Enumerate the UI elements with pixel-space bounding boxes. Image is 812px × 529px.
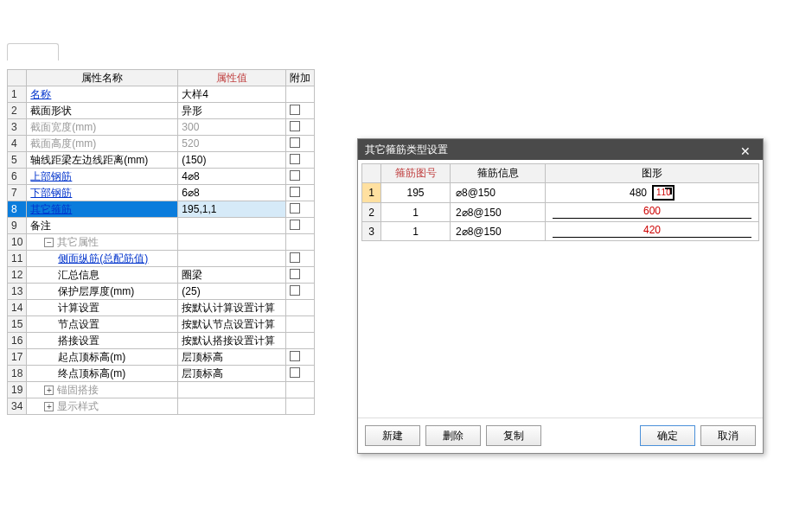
- property-value[interactable]: [178, 398, 286, 415]
- extra-checkbox[interactable]: [290, 170, 300, 181]
- table-row[interactable]: 11侧面纵筋(总配筋值): [8, 251, 315, 267]
- stirrup-graphic[interactable]: 480110: [546, 183, 759, 203]
- extra-cell: [286, 398, 315, 415]
- table-row[interactable]: 6上部钢筋4⌀8: [8, 169, 315, 185]
- property-value[interactable]: 层顶标高: [178, 349, 286, 366]
- table-row[interactable]: 17起点顶标高(m)层顶标高: [8, 349, 315, 366]
- extra-checkbox[interactable]: [290, 154, 300, 164]
- property-value[interactable]: 大样4: [178, 86, 286, 103]
- property-name: +锚固搭接: [27, 382, 178, 398]
- stirrup-row[interactable]: 1195⌀8@150480110: [362, 183, 759, 203]
- property-value[interactable]: 6⌀8: [178, 185, 286, 201]
- extra-checkbox[interactable]: [290, 351, 300, 361]
- stirrup-info[interactable]: ⌀8@150: [451, 183, 546, 203]
- extra-checkbox[interactable]: [290, 269, 300, 279]
- extra-checkbox[interactable]: [290, 203, 300, 214]
- property-value[interactable]: 按默认搭接设置计算: [178, 333, 286, 349]
- extra-cell: [286, 333, 315, 349]
- expand-icon[interactable]: +: [44, 402, 54, 411]
- row-number: 8: [8, 201, 27, 218]
- property-name: 起点顶标高(m): [27, 349, 178, 366]
- property-value[interactable]: 层顶标高: [178, 366, 286, 382]
- table-row[interactable]: 4截面高度(mm)520: [8, 136, 315, 152]
- property-value[interactable]: 195,1,1: [178, 201, 286, 218]
- table-row[interactable]: 19+锚固搭接: [8, 382, 315, 398]
- stirrup-info[interactable]: 2⌀8@150: [451, 203, 546, 222]
- property-value[interactable]: [178, 251, 286, 267]
- tab-stub[interactable]: [7, 43, 59, 61]
- collapse-icon[interactable]: −: [44, 238, 54, 247]
- extra-checkbox[interactable]: [290, 220, 300, 230]
- property-value[interactable]: [178, 218, 286, 234]
- property-value[interactable]: (25): [178, 284, 286, 300]
- row-number: 11: [8, 251, 27, 267]
- property-name: 计算设置: [27, 300, 178, 316]
- row-number: 15: [8, 316, 27, 333]
- table-row[interactable]: 1名称大样4: [8, 86, 315, 103]
- stirrup-row[interactable]: 312⌀8@150420: [362, 222, 759, 241]
- property-value[interactable]: (150): [178, 152, 286, 169]
- extra-checkbox[interactable]: [290, 252, 300, 263]
- header-extra: 附加: [286, 70, 315, 86]
- expand-icon[interactable]: +: [44, 386, 54, 395]
- property-name: 汇总信息: [27, 267, 178, 284]
- stirrup-row[interactable]: 212⌀8@150600: [362, 203, 759, 222]
- table-row[interactable]: 7下部钢筋6⌀8: [8, 185, 315, 201]
- property-name: 截面宽度(mm): [27, 119, 178, 136]
- property-value[interactable]: 按默认节点设置计算: [178, 316, 286, 333]
- extra-checkbox[interactable]: [290, 285, 300, 296]
- extra-checkbox[interactable]: [290, 187, 300, 197]
- ok-button[interactable]: 确定: [640, 425, 695, 446]
- stirrup-info[interactable]: 2⌀8@150: [451, 222, 546, 241]
- row-number: 18: [8, 366, 27, 382]
- stirrup-num[interactable]: 1: [381, 203, 451, 222]
- extra-cell: [286, 169, 315, 185]
- table-row[interactable]: 16搭接设置按默认搭接设置计算: [8, 333, 315, 349]
- property-value[interactable]: 300: [178, 119, 286, 136]
- extra-checkbox[interactable]: [290, 105, 300, 115]
- extra-checkbox[interactable]: [290, 121, 300, 131]
- stirrup-graphic[interactable]: 420: [546, 222, 759, 241]
- extra-cell: [286, 119, 315, 136]
- table-row[interactable]: 2截面形状异形: [8, 103, 315, 119]
- table-row[interactable]: 5轴线距梁左边线距离(mm)(150): [8, 152, 315, 169]
- cancel-button[interactable]: 取消: [700, 425, 756, 446]
- extra-checkbox[interactable]: [290, 137, 300, 148]
- table-row[interactable]: 12汇总信息圈梁: [8, 267, 315, 284]
- close-icon[interactable]: ✕: [735, 141, 756, 158]
- table-row[interactable]: 14计算设置按默认计算设置计算: [8, 300, 315, 316]
- row-number: 10: [8, 234, 27, 251]
- delete-button[interactable]: 删除: [425, 425, 481, 446]
- property-value[interactable]: 按默认计算设置计算: [178, 300, 286, 316]
- property-name: 名称: [27, 86, 178, 103]
- property-value[interactable]: 520: [178, 136, 286, 152]
- table-row[interactable]: 15节点设置按默认节点设置计算: [8, 316, 315, 333]
- new-button[interactable]: 新建: [365, 425, 420, 446]
- property-value[interactable]: [178, 234, 286, 251]
- copy-button[interactable]: 复制: [486, 425, 541, 446]
- property-table: 属性名称 属性值 附加 1名称大样42截面形状异形3截面宽度(mm)3004截面…: [7, 69, 315, 415]
- dimension-line: 420: [553, 226, 751, 238]
- extra-checkbox[interactable]: [290, 367, 300, 378]
- stirrup-header-info: 箍筋信息: [451, 164, 546, 183]
- table-row[interactable]: 34+显示样式: [8, 398, 315, 415]
- stirrup-num[interactable]: 195: [381, 183, 451, 203]
- property-value[interactable]: 4⌀8: [178, 169, 286, 185]
- table-row[interactable]: 13保护层厚度(mm)(25): [8, 284, 315, 300]
- property-value[interactable]: 异形: [178, 103, 286, 119]
- stirrup-graphic[interactable]: 600: [546, 203, 759, 222]
- row-number: 1: [8, 86, 27, 103]
- dimension-line: 600: [553, 207, 751, 219]
- table-row[interactable]: 18终点顶标高(m)层顶标高: [8, 366, 315, 382]
- row-number: 4: [8, 136, 27, 152]
- table-row[interactable]: 8其它箍筋195,1,1: [8, 201, 315, 218]
- stirrup-num[interactable]: 1: [381, 222, 451, 241]
- table-row[interactable]: 3截面宽度(mm)300: [8, 119, 315, 136]
- extra-cell: [286, 300, 315, 316]
- table-row[interactable]: 9备注: [8, 218, 315, 234]
- property-value[interactable]: 圈梁: [178, 267, 286, 284]
- property-value[interactable]: [178, 382, 286, 398]
- dimension-label: 600: [643, 205, 661, 217]
- table-row[interactable]: 10−其它属性: [8, 234, 315, 251]
- property-name: 截面高度(mm): [27, 136, 178, 152]
